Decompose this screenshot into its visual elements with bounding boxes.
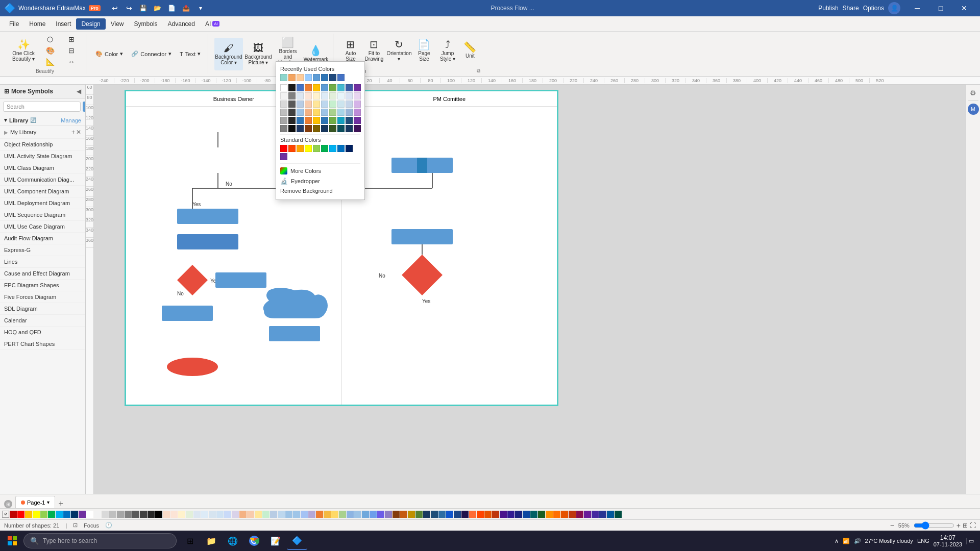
panel-collapse-btn[interactable]: ◀	[77, 88, 81, 95]
menu-view[interactable]: View	[106, 18, 129, 30]
taskbar-word[interactable]: 📝	[265, 532, 286, 550]
color-bar-swatch[interactable]	[278, 511, 285, 518]
color-bar-swatch[interactable]	[186, 511, 193, 518]
std-color-4[interactable]	[305, 145, 312, 152]
grid-color[interactable]	[354, 125, 361, 132]
ribbon-align-btn[interactable]: ⊞	[61, 34, 82, 44]
grid-color[interactable]	[346, 117, 353, 124]
color-bar-swatch[interactable]	[209, 511, 216, 518]
grid-color[interactable]	[305, 117, 312, 124]
grid-color[interactable]	[329, 109, 336, 116]
grid-color[interactable]	[321, 92, 328, 99]
grid-color[interactable]	[288, 101, 296, 108]
redo-button[interactable]: ↪	[123, 2, 135, 14]
menu-ai[interactable]: AI AI	[200, 18, 225, 30]
color-bar-swatch[interactable]	[607, 511, 614, 518]
grid-color[interactable]	[321, 109, 328, 116]
grid-color[interactable]	[297, 84, 304, 91]
color-bar-swatch[interactable]	[377, 511, 384, 518]
color-bar-swatch[interactable]	[584, 511, 591, 518]
grid-color[interactable]	[313, 109, 320, 116]
grid-color[interactable]	[346, 101, 353, 108]
fullscreen-button[interactable]: ⛶	[970, 522, 976, 529]
color-bar-swatch[interactable]	[500, 511, 507, 518]
eyedropper-row[interactable]: 🔬 Eyedropper	[280, 176, 360, 186]
fit-window-button[interactable]: ⊞	[963, 522, 968, 529]
color-btn[interactable]: 🎨 Color ▾	[92, 49, 126, 59]
sidebar-item-sdl[interactable]: SDL Diagram ✕	[0, 303, 85, 315]
sidebar-item-uml-class[interactable]: UML Class Diagram ✕	[0, 162, 85, 174]
ribbon-spacing-btn[interactable]: ↔	[61, 57, 82, 67]
menu-home[interactable]: Home	[24, 18, 51, 30]
color-bar-swatch[interactable]	[247, 511, 254, 518]
grid-color[interactable]	[354, 101, 361, 108]
taskbar-edge[interactable]: 🌐	[223, 532, 243, 550]
grid-color[interactable]	[346, 92, 353, 99]
one-click-beautify-button[interactable]: ✨ One ClickBeautify ▾	[8, 34, 39, 67]
grid-color[interactable]	[288, 84, 296, 91]
grid-color[interactable]	[337, 109, 345, 116]
undo-button[interactable]: ↩	[109, 2, 121, 14]
color-bar-swatch[interactable]	[354, 511, 361, 518]
grid-color[interactable]	[305, 92, 312, 99]
std-color-8[interactable]	[337, 145, 345, 152]
grid-color[interactable]	[329, 125, 336, 132]
color-bar-swatch[interactable]	[576, 511, 583, 518]
color-bar-swatch[interactable]	[400, 511, 407, 518]
color-bar-swatch[interactable]	[316, 511, 323, 518]
grid-color[interactable]	[329, 84, 336, 91]
grid-color[interactable]	[280, 101, 287, 108]
publish-btn[interactable]: Publish	[818, 5, 838, 12]
color-bar-swatch[interactable]	[239, 511, 247, 518]
canvas-area[interactable]: Business Owner PM Comittee No Yes	[94, 85, 980, 494]
connector-btn[interactable]: 🔗 Connector ▾	[128, 49, 175, 59]
std-color-10[interactable]	[280, 153, 287, 160]
recent-color-3[interactable]	[297, 74, 304, 81]
color-bar-swatch[interactable]	[461, 511, 469, 518]
close-button[interactable]: ✕	[952, 0, 976, 16]
taskbar-edraw[interactable]: 🔷	[287, 532, 307, 550]
search-input[interactable]	[3, 102, 81, 112]
std-color-1[interactable]	[280, 145, 287, 152]
grid-color[interactable]	[288, 92, 296, 99]
sidebar-item-cause-effect[interactable]: Cause and Effect Diagram ✕	[0, 268, 85, 280]
color-bar-swatch[interactable]	[546, 511, 553, 518]
recent-color-6[interactable]	[321, 74, 328, 81]
grid-color[interactable]	[321, 117, 328, 124]
grid-color[interactable]	[288, 109, 296, 116]
tab-page-1[interactable]: Page-1 ▾	[15, 496, 55, 508]
menu-symbols[interactable]: Symbols	[129, 18, 163, 30]
background-color-button[interactable]: 🖌 BackgroundColor ▾	[214, 38, 243, 70]
user-avatar[interactable]: 👤	[888, 2, 900, 14]
color-bar-swatch[interactable]	[40, 511, 47, 518]
grid-color[interactable]	[346, 125, 353, 132]
recent-color-4[interactable]	[305, 74, 312, 81]
grid-color[interactable]	[313, 84, 320, 91]
color-bar-swatch[interactable]	[193, 511, 201, 518]
focus-btn[interactable]: Focus	[84, 522, 99, 529]
taskbar-task-view[interactable]: ⊞	[180, 532, 200, 550]
remove-bg-row[interactable]: Remove Background	[280, 186, 360, 195]
minimize-button[interactable]: ─	[905, 0, 929, 16]
color-bar-swatch[interactable]	[530, 511, 537, 518]
grid-color[interactable]	[337, 84, 345, 91]
zoom-in-button[interactable]: +	[957, 521, 961, 530]
color-bar-swatch[interactable]	[255, 511, 262, 518]
share-btn[interactable]: Share	[843, 5, 859, 12]
grid-color[interactable]	[321, 101, 328, 108]
color-bar-swatch[interactable]	[71, 511, 78, 518]
grid-color[interactable]	[337, 117, 345, 124]
grid-color[interactable]	[329, 92, 336, 99]
sidebar-item-five-forces[interactable]: Five Forces Diagram ✕	[0, 291, 85, 303]
taskbar-show-desktop[interactable]: ▭	[966, 538, 974, 544]
color-bar-swatch[interactable]	[56, 511, 63, 518]
add-tab-button[interactable]: +	[56, 499, 65, 508]
color-bar-swatch[interactable]	[140, 511, 147, 518]
no-fill-swatch[interactable]: ⊘	[2, 511, 9, 518]
color-bar-swatch[interactable]	[362, 511, 369, 518]
grid-color[interactable]	[321, 125, 328, 132]
grid-color[interactable]	[337, 92, 345, 99]
color-bar-swatch[interactable]	[477, 511, 484, 518]
color-bar-swatch[interactable]	[339, 511, 346, 518]
color-bar-swatch[interactable]	[163, 511, 170, 518]
